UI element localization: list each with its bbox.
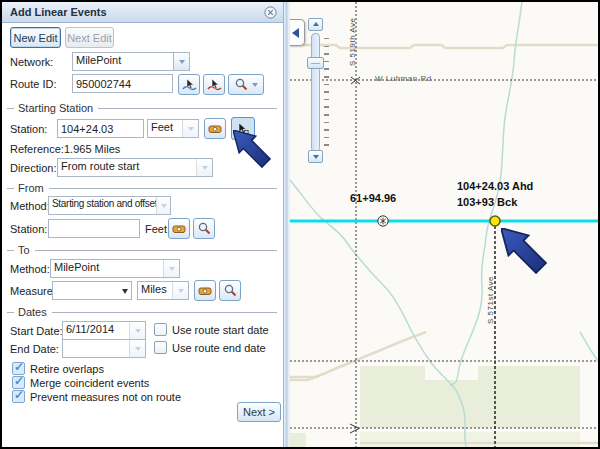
zoom-in-button[interactable] <box>308 18 323 31</box>
route-search-menu-button[interactable] <box>228 74 264 95</box>
from-station-label: Station: <box>10 223 47 235</box>
station-value-label: 61+94.96 <box>350 192 396 204</box>
station-units-select[interactable]: Feet <box>147 119 199 138</box>
measure-combo[interactable] <box>52 281 132 300</box>
chevron-down-icon <box>156 197 170 214</box>
route-id-label: Route ID: <box>10 78 56 90</box>
network-select[interactable]: MilePoint <box>72 52 190 71</box>
from-units-label: Feet <box>145 223 167 235</box>
station-label: Station: <box>10 123 47 135</box>
use-route-end-date-checkbox[interactable] <box>154 341 167 354</box>
end-date-picker[interactable] <box>62 339 146 358</box>
chevron-down-icon <box>252 83 258 90</box>
street-name-label-right: S 571st Ave <box>486 252 495 324</box>
use-route-start-date-checkbox[interactable] <box>154 323 167 336</box>
retire-overlaps-label: Retire overlaps <box>30 363 104 375</box>
route-select-cursor-icon <box>182 78 197 92</box>
select-route-on-map-button[interactable] <box>178 74 200 95</box>
zoom-out-button[interactable] <box>308 150 323 163</box>
zoom-slider-track[interactable] <box>311 33 320 152</box>
from-station-input[interactable] <box>48 219 140 238</box>
prevent-measures-label: Prevent measures not on route <box>30 391 181 403</box>
route-id-input[interactable] <box>72 74 173 93</box>
start-date-label: Start Date: <box>10 325 63 337</box>
chevron-down-icon <box>196 159 212 176</box>
next-button[interactable]: Next > <box>237 402 281 422</box>
station-marker <box>378 216 388 226</box>
panel-title: Add Linear Events <box>2 6 107 18</box>
measure-units-select[interactable]: Miles <box>137 281 189 300</box>
search-icon <box>224 284 237 297</box>
next-edit-button[interactable]: Next Edit <box>65 27 114 48</box>
panel-splitter[interactable] <box>283 2 290 447</box>
prevent-measures-checkbox[interactable] <box>12 390 25 403</box>
reference-value: 1.965 Miles <box>64 143 120 155</box>
chevron-down-icon <box>172 282 188 299</box>
field-polygon <box>360 432 580 447</box>
station-back-label: 103+93 Bck <box>457 196 517 208</box>
use-route-end-date-label: Use route end date <box>172 342 266 354</box>
chevron-down-icon[interactable] <box>119 282 131 299</box>
from-station-search-button[interactable] <box>193 218 215 239</box>
app-window: Add Linear Events New Edit Next Edit Net… <box>0 0 600 449</box>
use-route-start-date-label: Use route start date <box>172 324 269 336</box>
search-icon <box>235 78 248 91</box>
station-locator-button[interactable] <box>204 118 226 139</box>
collapse-panel-button[interactable] <box>290 19 305 46</box>
to-section: To <box>7 244 277 256</box>
creek-line <box>580 332 598 363</box>
app-content: Add Linear Events New Edit Next Edit Net… <box>2 2 598 447</box>
from-section: From <box>7 182 277 194</box>
measure-search-button[interactable] <box>219 280 241 301</box>
street-name-label-top: S 519th Ave <box>348 4 357 66</box>
map-canvas[interactable]: 61+94.96 104+24.03 Ahd 103+93 Bck W Luhm… <box>290 2 598 447</box>
new-edit-button[interactable]: New Edit <box>10 27 61 48</box>
basemap-graphics <box>290 2 598 447</box>
station-ahead-label: 104+24.03 Ahd <box>457 180 533 192</box>
selected-point-marker <box>490 216 500 226</box>
end-date-label: End Date: <box>10 343 59 355</box>
network-label: Network: <box>10 56 53 68</box>
field-polygon <box>360 366 580 428</box>
station-tool-icon <box>198 285 212 297</box>
field-polygon <box>290 433 306 447</box>
to-method-label: Method: <box>10 263 50 275</box>
dates-section: Dates <box>7 306 277 318</box>
close-icon[interactable] <box>264 6 277 19</box>
reference-label: Reference: <box>10 143 64 155</box>
from-method-select[interactable]: Starting station and offset <box>48 196 171 215</box>
chevron-down-icon <box>182 120 198 137</box>
to-method-select[interactable]: MilePoint <box>50 259 180 278</box>
chevron-down-icon <box>129 340 145 357</box>
search-icon <box>198 222 211 235</box>
route-clear-cursor-icon <box>207 78 222 92</box>
from-station-locator-button[interactable] <box>168 218 190 239</box>
panel-titlebar: Add Linear Events <box>2 2 283 23</box>
zoom-slider-ticks <box>324 38 329 152</box>
merge-coincident-events-label: Merge coincident events <box>30 377 149 389</box>
starting-station-section: Starting Station <box>7 102 277 114</box>
pick-station-on-map-button[interactable] <box>231 117 255 140</box>
measure-label: Measure: <box>10 285 56 297</box>
station-input[interactable] <box>57 119 144 138</box>
direction-label: Direction: <box>10 162 56 174</box>
road-line <box>290 45 598 48</box>
chevron-down-icon <box>163 260 179 277</box>
station-tool-icon <box>208 123 222 135</box>
pick-station-cursor-icon <box>236 122 250 136</box>
zoom-slider-handle[interactable] <box>307 57 324 69</box>
start-date-picker[interactable]: 6/11/2014 <box>62 321 146 340</box>
creek-line <box>450 2 522 386</box>
add-linear-events-panel: Add Linear Events New Edit Next Edit Net… <box>2 2 283 447</box>
road-name-label: W Luhman Rd <box>375 74 432 83</box>
direction-select[interactable]: From route start <box>57 158 213 177</box>
chevron-down-icon[interactable] <box>173 53 189 70</box>
clear-route-selection-button[interactable] <box>203 74 225 95</box>
chevron-down-icon <box>129 322 145 339</box>
from-method-label: Method: <box>10 200 50 212</box>
station-tool-icon <box>172 223 186 235</box>
measure-locator-button[interactable] <box>194 280 216 301</box>
